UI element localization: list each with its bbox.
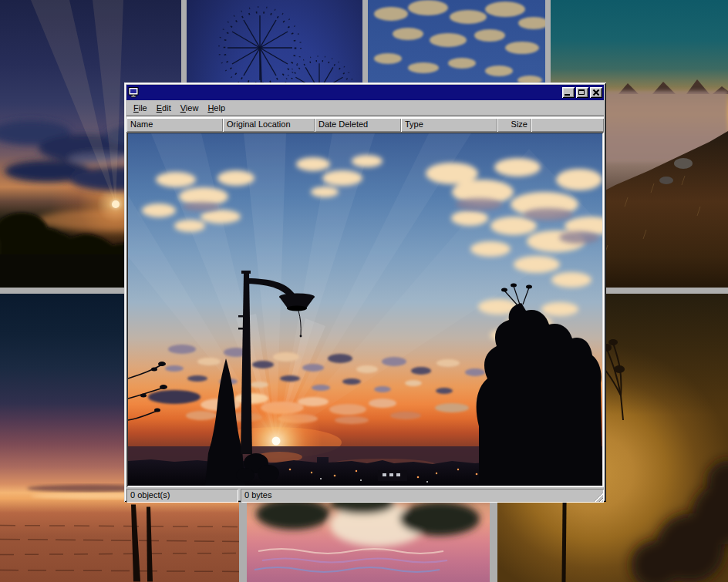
sunset-streetlamp-photo xyxy=(128,133,602,486)
column-header-filler xyxy=(531,118,604,132)
menu-view[interactable]: View xyxy=(176,102,204,114)
menu-bar: File Edit View Help xyxy=(126,101,604,115)
column-header-row: Name Original Location Date Deleted Type… xyxy=(126,118,604,132)
desktop: { "window": { "title": "", "icon": "comp… xyxy=(0,0,728,582)
menu-help[interactable]: Help xyxy=(203,102,230,114)
status-size: 0 bytes xyxy=(241,489,604,503)
column-header-name[interactable]: Name xyxy=(126,118,223,132)
column-header-date-deleted[interactable]: Date Deleted xyxy=(315,118,401,132)
status-object-count: 0 object(s) xyxy=(126,489,238,503)
maximize-button[interactable] xyxy=(576,87,588,98)
status-size-text: 0 bytes xyxy=(244,490,271,500)
menu-edit[interactable]: Edit xyxy=(152,102,176,114)
close-button[interactable] xyxy=(590,87,602,98)
list-view-area[interactable] xyxy=(126,132,604,487)
close-icon xyxy=(592,89,599,96)
column-header-original-location[interactable]: Original Location xyxy=(223,118,315,132)
title-bar[interactable] xyxy=(126,85,604,100)
menu-file[interactable]: File xyxy=(129,102,152,114)
status-bar: 0 object(s) 0 bytes xyxy=(126,489,604,503)
column-header-size[interactable]: Size xyxy=(497,118,531,132)
resize-grip[interactable] xyxy=(594,493,603,502)
minimize-button[interactable] xyxy=(562,87,575,98)
column-header-type[interactable]: Type xyxy=(401,118,497,132)
recycle-bin-window: File Edit View Help Name Original Locati… xyxy=(124,82,606,502)
minimize-icon xyxy=(565,94,570,96)
maximize-icon xyxy=(578,89,585,95)
computer-icon xyxy=(128,87,140,98)
